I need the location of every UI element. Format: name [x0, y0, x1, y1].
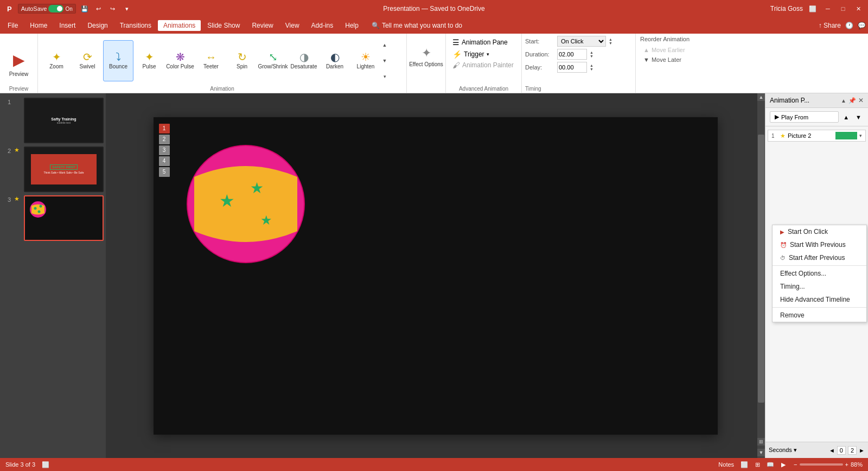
- effect-options-button[interactable]: ✦ Effect Options: [408, 36, 445, 77]
- scroll-track[interactable]: [757, 101, 765, 436]
- slide-thumb-1[interactable]: Safty Training subtitle text: [24, 98, 104, 143]
- animation-growshrink-button[interactable]: ⤡ Grow/Shrink: [258, 40, 288, 81]
- share-button[interactable]: ↑ Share: [819, 22, 841, 29]
- start-select[interactable]: On Click With Previous After Previous: [557, 36, 606, 47]
- dropdown-remove[interactable]: Remove: [773, 309, 866, 322]
- animation-pane-button[interactable]: ☰ Animation Pane: [449, 37, 511, 48]
- menu-transitions[interactable]: Transitions: [114, 20, 157, 31]
- colorpulse-icon: ❋: [176, 52, 185, 62]
- more-commands-button[interactable]: ▾: [122, 3, 132, 14]
- slide-item-1[interactable]: 1 Safty Training subtitle text: [2, 98, 104, 143]
- scroll-thumb[interactable]: [758, 135, 764, 403]
- dropdown-start-after-previous[interactable]: ⏱ Start After Previous: [773, 251, 866, 264]
- menu-help[interactable]: Help: [340, 20, 364, 31]
- play-from-icon: ▶: [775, 113, 779, 120]
- duration-input[interactable]: [557, 49, 587, 60]
- delay-input[interactable]: [557, 62, 587, 73]
- animation-darken-button[interactable]: ◐ Darken: [320, 40, 350, 81]
- preview-button[interactable]: ▶ Preview: [2, 40, 36, 88]
- reading-view-btn[interactable]: 📖: [764, 460, 776, 469]
- menu-file[interactable]: File: [2, 20, 23, 31]
- slide-thumb-3[interactable]: [24, 195, 104, 241]
- menu-home[interactable]: Home: [24, 20, 53, 31]
- normal-view-btn[interactable]: ⬜: [738, 460, 750, 469]
- anim-item-dropdown[interactable]: ▾: [859, 133, 862, 138]
- start-up-arrow[interactable]: ▲: [608, 37, 613, 41]
- anim-item-star: ★: [780, 132, 786, 139]
- scroll-down-btn[interactable]: ▼: [757, 449, 765, 456]
- history-button[interactable]: 🕐: [845, 22, 853, 29]
- zoom-slider[interactable]: [800, 463, 843, 466]
- scroll-down-arrow[interactable]: ▼: [381, 57, 388, 65]
- slide1-title: Safty Training: [51, 117, 76, 121]
- menu-slideshow[interactable]: Slide Show: [202, 20, 245, 31]
- search-icon: 🔍: [372, 22, 380, 29]
- animation-teeter-button[interactable]: ↔ Teeter: [196, 40, 226, 81]
- animation-swivel-button[interactable]: ⟳ Swivel: [72, 40, 103, 81]
- autosave-toggle[interactable]: [48, 5, 63, 12]
- maximize-button[interactable]: □: [838, 3, 848, 14]
- pane-pin-button[interactable]: 📌: [848, 97, 856, 104]
- animation-pulse-button[interactable]: ✦ Pulse: [134, 40, 164, 81]
- animation-painter-button[interactable]: 🖌 Animation Painter: [449, 60, 517, 71]
- play-from-button[interactable]: ▶ Play From: [770, 111, 839, 123]
- ribbon-display-button[interactable]: ⬜: [807, 3, 818, 14]
- zoom-out-btn[interactable]: −: [794, 461, 797, 468]
- scroll-more-arrow[interactable]: ▾: [381, 73, 388, 80]
- trigger-button[interactable]: ⚡ Trigger ▾: [449, 49, 493, 60]
- canvas-scrollbar[interactable]: ▲ ⊞ ▼: [757, 93, 765, 458]
- duration-up-arrow[interactable]: ▲: [589, 50, 594, 54]
- anim-item-1[interactable]: 1 ★ Picture 2 ▾: [768, 130, 866, 142]
- scroll-up-btn[interactable]: ▲: [757, 93, 765, 101]
- animation-colorpulse-button[interactable]: ❋ Color Pulse: [165, 40, 195, 81]
- menu-animations[interactable]: Animations: [158, 20, 201, 31]
- slide-canvas[interactable]: 1 2 3 4 5 ★ ★ ★: [154, 117, 718, 435]
- comments-button[interactable]: 💬: [858, 22, 866, 29]
- animation-lighten-button[interactable]: ☀ Lighten: [350, 40, 381, 81]
- beach-ball-object[interactable]: ★ ★ ★: [186, 144, 305, 264]
- notes-button[interactable]: Notes: [718, 461, 734, 468]
- search-bar[interactable]: 🔍 Tell me what you want to do: [367, 20, 467, 31]
- move-later-button[interactable]: ▼ Move Later: [640, 55, 690, 64]
- slide-item-3[interactable]: 3 ★: [2, 195, 104, 241]
- save-button[interactable]: 💾: [79, 3, 90, 14]
- anim-pane-scroll-down[interactable]: ▼: [853, 113, 864, 122]
- menu-insert[interactable]: Insert: [54, 20, 81, 31]
- delay-down-arrow[interactable]: ▼: [589, 67, 594, 71]
- move-earlier-button[interactable]: ▲ Move Earlier: [640, 46, 690, 54]
- pane-close-button[interactable]: ✕: [858, 97, 864, 104]
- menu-design[interactable]: Design: [82, 20, 113, 31]
- duration-down-arrow[interactable]: ▼: [589, 54, 594, 58]
- dropdown-start-onclick[interactable]: ▶ Start On Click: [773, 225, 866, 238]
- menu-addins[interactable]: Add-ins: [306, 20, 339, 31]
- redo-button[interactable]: ↪: [107, 3, 118, 14]
- animation-spin-button[interactable]: ↻ Spin: [227, 40, 257, 81]
- undo-button[interactable]: ↩: [93, 3, 104, 14]
- minimize-button[interactable]: ─: [822, 3, 833, 14]
- anim-pane-scroll-up[interactable]: ▲: [841, 113, 851, 122]
- scroll-fit-btn[interactable]: ⊞: [757, 438, 765, 445]
- dropdown-hide-timeline[interactable]: Hide Advanced Timeline: [773, 293, 866, 306]
- delay-up-arrow[interactable]: ▲: [589, 63, 594, 67]
- timeline-right-btn[interactable]: ►: [859, 447, 865, 454]
- slide-item-2[interactable]: 2 ★ SAFETY FIRST Think Safe • Work Safe …: [2, 147, 104, 192]
- animation-desaturate-button[interactable]: ◑ Desaturate: [289, 40, 319, 81]
- scroll-up-arrow[interactable]: ▲: [381, 41, 388, 49]
- slide-sorter-btn[interactable]: ⊞: [751, 460, 763, 469]
- menu-review[interactable]: Review: [246, 20, 278, 31]
- zoom-in-btn[interactable]: +: [845, 461, 848, 468]
- menu-view[interactable]: View: [280, 20, 305, 31]
- animation-zoom-button[interactable]: ✦ Zoom: [41, 40, 72, 81]
- slide-thumb-2[interactable]: SAFETY FIRST Think Safe • Work Safe • Be…: [24, 147, 104, 192]
- svg-text:★: ★: [250, 180, 263, 196]
- dropdown-timing[interactable]: Timing...: [773, 280, 866, 293]
- timeline-left-btn[interactable]: ◄: [829, 447, 835, 454]
- dropdown-effect-options[interactable]: Effect Options...: [773, 267, 866, 280]
- accessibility-icon[interactable]: ⬜: [42, 461, 49, 468]
- pane-collapse-arrow[interactable]: ▲: [841, 98, 846, 104]
- start-down-arrow[interactable]: ▼: [608, 41, 613, 45]
- dropdown-start-with-previous[interactable]: ⏰ Start With Previous: [773, 238, 866, 251]
- close-button[interactable]: ✕: [853, 3, 864, 14]
- slideshow-view-btn[interactable]: ▶: [777, 460, 789, 469]
- animation-bounce-button[interactable]: ⤵ Bounce: [103, 40, 133, 81]
